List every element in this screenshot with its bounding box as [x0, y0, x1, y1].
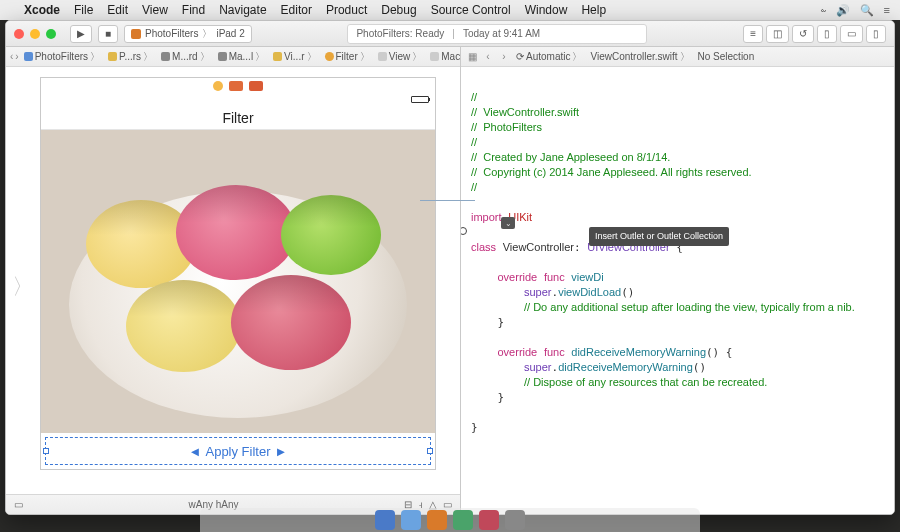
dock-calendar-icon[interactable]	[479, 510, 499, 530]
assistant-editor-button[interactable]: ◫	[766, 25, 789, 43]
related-items-icon[interactable]: ▦	[465, 51, 479, 62]
menu-extra-icon[interactable]: ≡	[884, 4, 890, 16]
menu-window[interactable]: Window	[525, 3, 568, 17]
toggle-utilities-button[interactable]: ▯	[866, 25, 886, 43]
app-menu[interactable]: Xcode	[24, 3, 60, 17]
scene-owner-icon[interactable]	[213, 81, 223, 91]
scheme-device-label: iPad 2	[216, 28, 244, 39]
counterpart-icon: ⟳	[516, 51, 524, 62]
standard-editor-button[interactable]: ≡	[743, 25, 763, 43]
jump-forward-icon[interactable]: ›	[15, 51, 18, 62]
first-responder-icon[interactable]	[229, 81, 243, 91]
toggle-navigator-button[interactable]: ▯	[817, 25, 837, 43]
scheme-selector[interactable]: PhotoFilters 〉 iPad 2	[124, 25, 252, 43]
device-frame: Filter ◄ Apply Filter ►	[40, 77, 436, 470]
jump-back-icon[interactable]: ‹	[10, 51, 13, 62]
menu-help[interactable]: Help	[581, 3, 606, 17]
menu-product[interactable]: Product	[326, 3, 367, 17]
menu-navigate[interactable]: Navigate	[219, 3, 266, 17]
right-jump-bar[interactable]: ▦ ‹› ⟳Automatic〉 ViewController.swift〉 N…	[461, 47, 894, 67]
menu-debug[interactable]: Debug	[381, 3, 416, 17]
left-jump-bar[interactable]: ‹ › PhotoFilters〉 P...rs〉 M...rd〉 Ma...l…	[6, 47, 460, 67]
scheme-app-label: PhotoFilters	[145, 28, 198, 39]
apply-filter-button[interactable]: ◄ Apply Filter ►	[45, 437, 431, 465]
insert-indicator-icon: ⌄	[501, 217, 515, 229]
image-view[interactable]	[41, 130, 435, 433]
outlet-tooltip: Insert Outlet or Outlet Collection	[589, 227, 729, 246]
exit-icon[interactable]	[249, 81, 263, 91]
search-icon[interactable]: 🔍	[860, 4, 874, 17]
stop-button[interactable]: ■	[98, 25, 118, 43]
close-icon[interactable]	[14, 29, 24, 39]
mac-menubar: Xcode File Edit View Find Navigate Edito…	[0, 0, 900, 20]
run-button[interactable]: ▶	[70, 25, 92, 43]
dock[interactable]	[200, 508, 700, 532]
menu-source-control[interactable]: Source Control	[431, 3, 511, 17]
dock-finder-icon[interactable]	[375, 510, 395, 530]
version-editor-button[interactable]: ↺	[792, 25, 814, 43]
zoom-icon[interactable]	[46, 29, 56, 39]
apply-filter-label: Apply Filter	[205, 444, 270, 459]
doc-outline-toggle-icon[interactable]: ▭	[14, 499, 23, 510]
wifi-icon[interactable]: ⧜	[820, 4, 826, 16]
volume-icon[interactable]: 🔊	[836, 4, 850, 17]
menu-editor[interactable]: Editor	[281, 3, 312, 17]
dock-safari-icon[interactable]	[401, 510, 421, 530]
xcode-window: ▶ ■ PhotoFilters 〉 iPad 2 PhotoFilters: …	[5, 20, 895, 515]
battery-icon	[411, 96, 429, 103]
menu-view[interactable]: View	[142, 3, 168, 17]
app-icon	[131, 29, 141, 39]
code-editor[interactable]: // // ViewController.swift // PhotoFilte…	[461, 67, 894, 514]
outlet-drag-line	[420, 200, 475, 201]
dock-app-icon[interactable]	[427, 510, 447, 530]
menu-edit[interactable]: Edit	[107, 3, 128, 17]
dock-settings-icon[interactable]	[505, 510, 525, 530]
activity-subtitle: Today at 9:41 AM	[463, 28, 540, 39]
activity-title: PhotoFilters: Ready	[356, 28, 444, 39]
minimize-icon[interactable]	[30, 29, 40, 39]
status-bar	[41, 94, 435, 106]
xcode-toolbar: ▶ ■ PhotoFilters 〉 iPad 2 PhotoFilters: …	[6, 21, 894, 47]
nav-bar-title: Filter	[41, 106, 435, 130]
menu-find[interactable]: Find	[182, 3, 205, 17]
toggle-debug-button[interactable]: ▭	[840, 25, 863, 43]
outlet-connector-ring-icon[interactable]	[461, 227, 467, 235]
scene-back-arrow-icon[interactable]: 〉	[12, 272, 34, 302]
ib-canvas[interactable]: 〉 Filter ◄ Ap	[6, 67, 460, 494]
activity-viewer: PhotoFilters: Ready | Today at 9:41 AM	[347, 24, 647, 44]
menu-file[interactable]: File	[74, 3, 93, 17]
dock-messages-icon[interactable]	[453, 510, 473, 530]
